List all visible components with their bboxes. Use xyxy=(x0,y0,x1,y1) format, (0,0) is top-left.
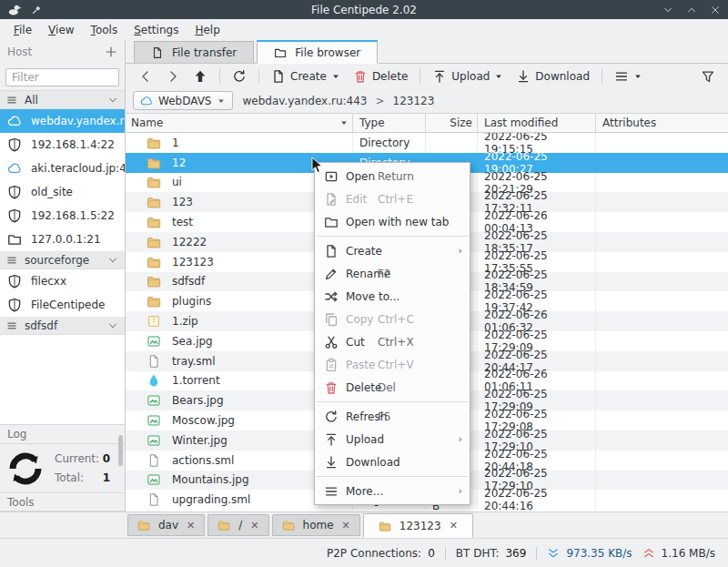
context-menu-item-refresh[interactable]: RefreshF5 xyxy=(315,405,470,428)
file-attributes xyxy=(596,252,728,272)
close-button[interactable] xyxy=(710,5,721,15)
sync-spinner-icon xyxy=(5,449,46,489)
menu-item-shortcut: Ctrl+C xyxy=(378,308,414,330)
group-handle-icon xyxy=(6,95,17,106)
context-menu-item-upload[interactable]: Upload› xyxy=(315,428,470,451)
menu-item-label: Edit xyxy=(346,193,367,206)
menubar-item-file[interactable]: File xyxy=(5,21,40,39)
sidebar-group-sdfsdf[interactable]: sdfsdf xyxy=(0,317,125,335)
sidebar-group-sourceforge[interactable]: sourceforge xyxy=(0,251,125,269)
table-header: Name Type Size Last modified Attributes xyxy=(126,113,728,133)
delete-button[interactable]: Delete xyxy=(348,67,413,86)
up-button[interactable] xyxy=(193,69,207,84)
sidebar-item-aki-teracloud-jp-443[interactable]: aki.teracloud.jp:443 xyxy=(0,157,125,180)
tab-close-icon[interactable]: ✕ xyxy=(250,520,258,532)
filter-input[interactable] xyxy=(5,68,119,86)
p2p-label: P2P Connections: xyxy=(327,547,421,560)
tab-close-icon[interactable]: ✕ xyxy=(187,520,195,532)
context-menu-item-more-[interactable]: More...› xyxy=(315,480,470,502)
back-button[interactable] xyxy=(138,69,153,84)
tab-close-icon[interactable]: ✕ xyxy=(450,520,458,532)
file-attributes xyxy=(596,371,728,391)
sidebar-item-old-site[interactable]: old_site xyxy=(0,180,125,204)
bottom-tab--[interactable]: /✕ xyxy=(207,514,268,536)
context-menu: OpenReturnEditCtrl+EOpen with new tabCre… xyxy=(314,162,470,505)
image-icon xyxy=(147,413,161,428)
file-attributes xyxy=(596,212,728,232)
upload-caret-icon xyxy=(494,72,503,81)
context-menu-item-cut[interactable]: CutCtrl+X xyxy=(315,330,470,353)
file-attributes xyxy=(596,153,728,173)
shield-icon xyxy=(7,185,22,199)
sidebar-scrollbar-thumb[interactable] xyxy=(118,435,123,466)
sidebar-item-192-168-1-4-22[interactable]: 192.168.1.4:22 xyxy=(0,133,125,157)
file-name: tray.sml xyxy=(172,355,215,368)
menu-item-shortcut: F5 xyxy=(378,405,391,428)
breadcrumb-path[interactable]: 123123 xyxy=(393,95,435,107)
sidebar: Allwebdav.yandex.ru:443192.168.1.4:22aki… xyxy=(0,64,126,511)
column-header-size[interactable]: Size xyxy=(426,114,478,132)
bottom-tab-home[interactable]: home✕ xyxy=(272,514,360,536)
file-attributes xyxy=(596,272,728,292)
context-menu-item-download[interactable]: Download xyxy=(315,451,470,473)
filter-funnel-button[interactable] xyxy=(701,69,715,84)
context-menu-item-move-to-[interactable]: Move to... xyxy=(315,285,470,308)
file-name: actions.sml xyxy=(172,454,234,467)
tab-close-icon[interactable]: ✕ xyxy=(342,520,350,532)
tools-section-header[interactable]: Tools xyxy=(0,492,125,511)
bottom-tab-dav[interactable]: dav✕ xyxy=(127,514,205,536)
column-header-attributes[interactable]: Attributes xyxy=(596,114,728,132)
context-menu-item-open-with-new-tab[interactable]: Open with new tab xyxy=(315,210,470,233)
menubar-item-view[interactable]: View xyxy=(40,21,82,39)
menu-button[interactable] xyxy=(609,67,648,86)
menu-item-label: Paste xyxy=(346,359,375,371)
file-row[interactable]: 1Directory2022-06-25 19:15:15 xyxy=(126,133,728,153)
upload-button[interactable]: Upload xyxy=(427,67,509,86)
refresh-button[interactable] xyxy=(232,69,247,84)
file-attributes xyxy=(596,390,728,410)
context-menu-item-delete[interactable]: DeleteDel xyxy=(315,376,470,399)
protocol-selector[interactable]: WebDAVS xyxy=(133,91,233,110)
log-section-header[interactable]: Log xyxy=(0,425,125,444)
forward-button[interactable] xyxy=(166,69,180,84)
p2p-value: 0 xyxy=(428,547,435,560)
file-name: 123123 xyxy=(172,256,214,268)
column-header-modified[interactable]: Last modified xyxy=(478,114,596,132)
file-name: ui xyxy=(172,176,182,188)
sidebar-group-all[interactable]: All xyxy=(0,91,125,109)
tab-file-transfer[interactable]: File transfer xyxy=(134,41,254,63)
bottom-tab-123123[interactable]: 123123✕ xyxy=(363,513,473,538)
add-host-button[interactable] xyxy=(105,46,117,58)
menu-separator xyxy=(316,236,469,237)
context-menu-item-open[interactable]: OpenReturn xyxy=(315,165,470,187)
breadcrumb-host[interactable]: webdav.yandex.ru:443 xyxy=(242,95,367,107)
edit-icon xyxy=(324,192,339,207)
minimize-button[interactable] xyxy=(662,5,673,15)
column-header-name[interactable]: Name xyxy=(126,114,353,132)
create-button[interactable]: Create xyxy=(266,67,346,86)
menubar-item-settings[interactable]: Settings xyxy=(126,21,187,39)
tab-file-browser[interactable]: File browser xyxy=(257,40,378,64)
sidebar-item-192-168-1-5-22[interactable]: 192.168.1.5:22 xyxy=(0,204,125,228)
context-menu-item-rename[interactable]: RenameF2 xyxy=(315,262,470,285)
menubar-item-help[interactable]: Help xyxy=(187,21,228,39)
app-window: { "colors":{"accent":"#3daee9","titlebar… xyxy=(0,0,728,567)
sidebar-item-webdav-yandex-ru-443[interactable]: webdav.yandex.ru:443 xyxy=(0,109,125,133)
folder-fill-icon xyxy=(147,255,161,269)
menu-item-label: Delete xyxy=(346,381,381,394)
file-name: 1.zip xyxy=(172,315,198,328)
upload-icon xyxy=(324,432,339,447)
context-menu-item-create[interactable]: Create› xyxy=(315,239,470,262)
total-label: Total: xyxy=(55,471,102,484)
folder-fill-icon xyxy=(147,274,161,289)
sidebar-item-127-0-0-1-21[interactable]: 127.0.0.1:21 xyxy=(0,228,125,251)
sidebar-item-filecxx[interactable]: filecxx xyxy=(0,269,125,293)
maximize-button[interactable] xyxy=(686,5,697,15)
column-header-type[interactable]: Type xyxy=(353,114,426,132)
sidebar-item-label: 192.168.1.5:22 xyxy=(31,209,115,222)
menu-item-label: Upload xyxy=(346,433,384,446)
menubar-item-tools[interactable]: Tools xyxy=(83,21,126,39)
file-name: Sea.jpg xyxy=(172,335,213,348)
download-button[interactable]: Download xyxy=(511,67,595,86)
sidebar-item-filecentipede[interactable]: FileCentipede xyxy=(0,293,125,317)
